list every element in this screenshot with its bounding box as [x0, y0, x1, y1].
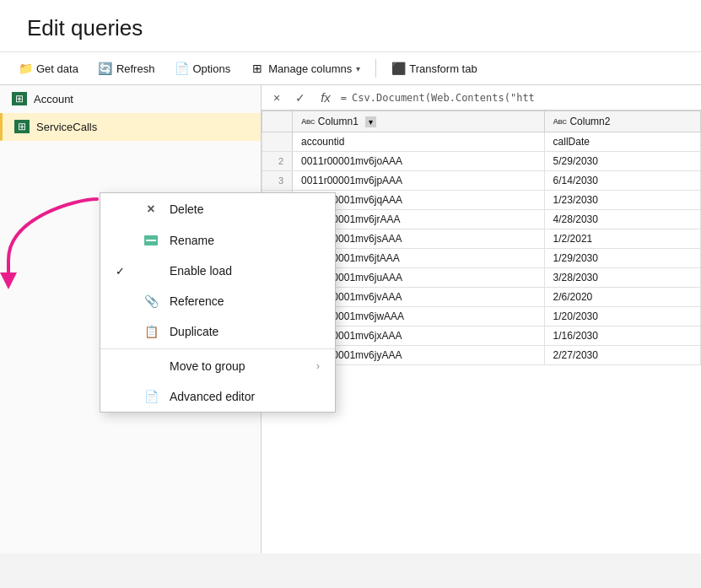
- formula-confirm-button[interactable]: ✓: [290, 89, 310, 106]
- cell-col2: 3/28/2030: [544, 268, 700, 288]
- column1-header: ABC Column1 ▾: [293, 111, 545, 132]
- row-number: 2: [262, 152, 293, 171]
- column2-header: ABC Column2: [544, 111, 700, 132]
- duplicate-icon: 📋: [143, 325, 159, 338]
- context-menu-item-duplicate[interactable]: 📋Duplicate: [100, 316, 335, 347]
- context-menu-item-advanced-editor[interactable]: 📄Advanced editor: [100, 381, 335, 412]
- context-menu-label: Delete: [170, 202, 320, 216]
- formula-bar: × ✓ fx = Csv.Document(Web.Contents("htt: [262, 85, 701, 111]
- transform-label: Transform tab: [409, 62, 477, 75]
- column2-type-icon: ABC: [553, 117, 567, 126]
- context-menu-item-reference[interactable]: 📎Reference: [100, 286, 335, 316]
- cell-col2: 1/23/2030: [544, 191, 700, 210]
- refresh-label: Refresh: [116, 62, 155, 75]
- context-menu-label: Move to group: [170, 359, 306, 373]
- table-row: accountid callDate: [262, 132, 701, 152]
- context-menu-check: ✓: [116, 265, 132, 278]
- manage-columns-label: Manage columns: [268, 62, 352, 75]
- row-number: 3: [262, 171, 293, 191]
- cell-col2: 2/6/2020: [544, 288, 700, 307]
- sidebar-item-servicecalls[interactable]: ServiceCalls: [0, 113, 261, 141]
- refresh-button[interactable]: 🔄 Refresh: [90, 57, 164, 79]
- transform-tab-button[interactable]: ⬛ Transform tab: [383, 57, 485, 79]
- context-menu-item-move-to-group[interactable]: Move to group›: [100, 351, 335, 381]
- sidebar-item-account[interactable]: Account: [0, 85, 261, 113]
- column1-type-icon: ABC: [301, 117, 315, 126]
- reference-icon: 📎: [143, 294, 159, 308]
- cell-col1: accountid: [293, 132, 545, 152]
- context-menu-label: Rename: [170, 234, 320, 247]
- title-bar: Edit queries: [0, 0, 701, 52]
- delete-icon: ×: [143, 202, 159, 217]
- context-menu-label: Advanced editor: [170, 390, 320, 403]
- transform-icon: ⬛: [391, 62, 405, 75]
- servicecalls-table-icon: [14, 120, 30, 133]
- advanced-editor-icon: 📄: [143, 390, 159, 403]
- manage-columns-button[interactable]: ⊞ Manage columns ▾: [242, 57, 369, 79]
- account-table-icon: [12, 92, 27, 105]
- cell-col2: 5/29/2030: [544, 152, 700, 171]
- cell-col2: callDate: [544, 132, 700, 152]
- context-menu-divider: [100, 348, 335, 349]
- row-num-header: [262, 111, 293, 132]
- refresh-icon: 🔄: [99, 62, 112, 75]
- page-title: Edit queries: [27, 15, 674, 41]
- submenu-arrow: ›: [316, 360, 320, 372]
- get-data-button[interactable]: 📁 Get data: [10, 57, 87, 79]
- table-row: 3 0011r00001mv6jpAAA 6/14/2030: [262, 171, 701, 191]
- cell-col2: 4/28/2030: [544, 210, 700, 229]
- context-menu-label: Reference: [170, 294, 320, 308]
- table-row: 2 0011r00001mv6joAAA 5/29/2030: [262, 152, 701, 171]
- context-menu-label: Enable load: [170, 264, 320, 278]
- row-number: [262, 132, 293, 152]
- column1-filter-button[interactable]: ▾: [365, 116, 376, 127]
- context-menu-item-enable-load[interactable]: ✓Enable load: [100, 256, 335, 286]
- context-menu: ×DeleteRename✓Enable load📎Reference📋Dupl…: [100, 192, 336, 413]
- manage-columns-chevron: ▾: [356, 64, 360, 73]
- formula-fx-button[interactable]: fx: [315, 89, 336, 106]
- account-label: Account: [34, 93, 73, 105]
- toolbar-divider: [375, 59, 376, 78]
- servicecalls-label: ServiceCalls: [36, 121, 97, 133]
- cell-col2: 1/29/2030: [544, 249, 700, 268]
- toolbar: 📁 Get data 🔄 Refresh 📄 Options ⊞ Manage …: [0, 52, 701, 85]
- context-menu-item-rename[interactable]: Rename: [100, 225, 335, 256]
- get-data-label: Get data: [36, 62, 78, 75]
- cell-col2: 1/2/2021: [544, 229, 700, 249]
- column1-label: Column1: [318, 116, 359, 127]
- options-label: Options: [192, 62, 230, 75]
- context-menu-item-delete[interactable]: ×Delete: [100, 193, 335, 225]
- formula-cancel-button[interactable]: ×: [268, 89, 285, 106]
- cell-col2: 6/14/2030: [544, 171, 700, 191]
- cell-col2: 1/16/2030: [544, 326, 700, 346]
- get-data-icon: 📁: [19, 62, 32, 75]
- column2-label: Column2: [569, 116, 610, 127]
- formula-equals: =: [341, 92, 347, 104]
- cell-col2: 1/20/2030: [544, 307, 700, 326]
- options-button[interactable]: 📄 Options: [166, 57, 239, 79]
- context-menu-label: Duplicate: [170, 325, 320, 338]
- cell-col2: 2/27/2030: [544, 346, 700, 365]
- manage-columns-icon: ⊞: [251, 62, 264, 75]
- rename-icon: [143, 235, 159, 245]
- formula-expression: Csv.Document(Web.Contents("htt: [352, 92, 535, 104]
- options-icon: 📄: [175, 62, 188, 75]
- cell-col1: 0011r00001mv6jpAAA: [293, 171, 545, 191]
- cell-col1: 0011r00001mv6joAAA: [293, 152, 545, 171]
